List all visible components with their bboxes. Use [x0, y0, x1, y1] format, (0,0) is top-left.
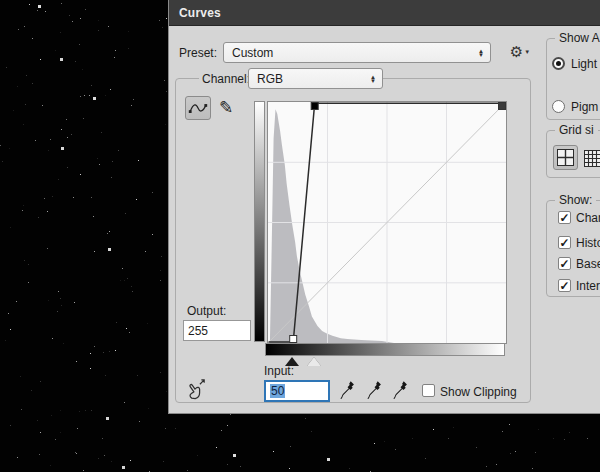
- checkbox-histogram[interactable]: ✓: [558, 236, 571, 249]
- grid-size-label: Grid si: [555, 123, 598, 137]
- preset-options-button[interactable]: ⚙ ▼: [507, 43, 533, 61]
- input-gradient-bar: [265, 343, 505, 356]
- checkbox-intersection-line[interactable]: ✓: [558, 279, 571, 292]
- output-value: 255: [188, 324, 208, 338]
- adjustment-hand-icon: [186, 378, 209, 401]
- checkbox-channel-overlays-label: Chan: [576, 211, 600, 225]
- radio-pigment-label: Pigm: [571, 100, 598, 114]
- large-grid-icon: [557, 149, 574, 166]
- curves-dialog: Curves Preset: Custom ▲▼ ⚙ ▼ Channel: RG…: [168, 0, 600, 414]
- pencil-icon: ✎: [219, 97, 233, 118]
- show-label: Show:: [555, 193, 596, 207]
- input-label: Input:: [264, 364, 294, 378]
- radio-light-label: Light: [571, 57, 597, 71]
- white-point-eyedropper-icon[interactable]: [393, 380, 409, 401]
- preset-dropdown[interactable]: Custom ▲▼: [223, 42, 491, 63]
- black-point-eyedropper-icon[interactable]: [340, 380, 356, 401]
- checkbox-intersection-line-label: Inter: [576, 279, 600, 293]
- input-field[interactable]: 50: [264, 380, 330, 402]
- checkbox-channel-overlays[interactable]: ✓: [558, 211, 571, 224]
- channel-dropdown[interactable]: RGB ▲▼: [248, 68, 383, 89]
- output-gradient-bar: [254, 101, 265, 342]
- chevron-updown-icon: ▲▼: [478, 49, 484, 57]
- channel-label: Channel:: [199, 72, 253, 86]
- input-value: 50: [270, 384, 285, 398]
- fine-grid-icon: [584, 150, 600, 167]
- channel-value: RGB: [257, 72, 370, 86]
- show-clipping-checkbox[interactable]: [422, 384, 435, 397]
- output-label: Output:: [187, 304, 226, 318]
- checkbox-baseline[interactable]: ✓: [558, 257, 571, 270]
- curve-plot-area[interactable]: [267, 101, 507, 344]
- fine-grid-button[interactable]: [582, 148, 600, 168]
- curve-icon: [188, 101, 208, 115]
- white-point-slider[interactable]: [307, 357, 321, 366]
- show-amount-label: Show A: [555, 31, 600, 45]
- large-grid-button[interactable]: [553, 145, 578, 170]
- show-clipping-label: Show Clipping: [440, 385, 517, 399]
- gear-icon: ⚙: [510, 43, 523, 61]
- dialog-titlebar[interactable]: Curves: [169, 0, 600, 26]
- smooth-curve-tool-button[interactable]: [185, 96, 211, 120]
- screen: Curves Preset: Custom ▲▼ ⚙ ▼ Channel: RG…: [0, 0, 600, 472]
- starfield-background: [0, 0, 1, 1]
- preset-value: Custom: [232, 46, 478, 60]
- radio-pigment[interactable]: [552, 100, 565, 113]
- chevron-updown-icon: ▲▼: [370, 75, 376, 83]
- preset-label: Preset:: [179, 46, 217, 60]
- on-image-adjustment-button[interactable]: [184, 376, 210, 402]
- gear-caret-icon: ▼: [524, 49, 530, 55]
- gray-point-eyedropper-icon[interactable]: [367, 380, 383, 401]
- pencil-tool-button[interactable]: ✎: [214, 95, 238, 119]
- curve-plot-svg: [268, 102, 506, 343]
- checkbox-baseline-label: Base: [576, 257, 600, 271]
- radio-light[interactable]: [552, 57, 565, 70]
- checkbox-histogram-label: Histo: [576, 236, 600, 250]
- dialog-title: Curves: [179, 6, 221, 20]
- output-field[interactable]: 255: [183, 320, 251, 341]
